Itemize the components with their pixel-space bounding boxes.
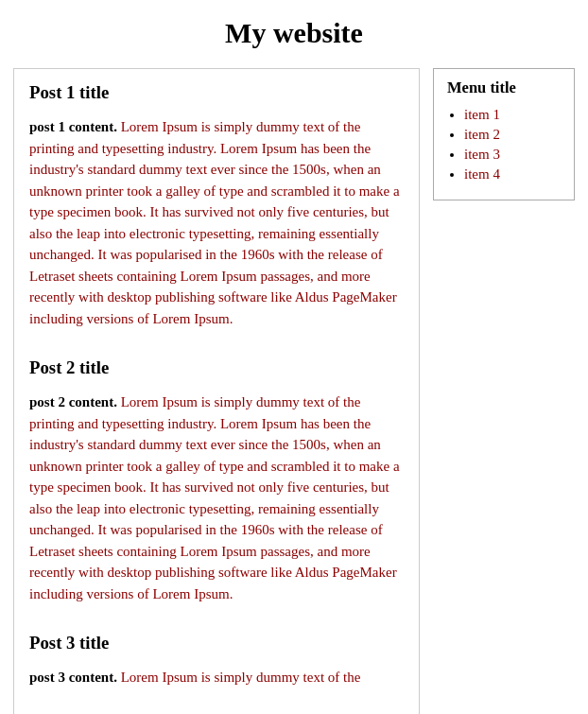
- sidebar-item: item 1: [464, 107, 561, 123]
- post: Post 2 titlepost 2 content. Lorem Ipsum …: [29, 357, 404, 604]
- site-title: My website: [0, 0, 588, 68]
- sidebar-item: item 3: [464, 147, 561, 163]
- post-body: post 1 content. Lorem Ipsum is simply du…: [29, 116, 404, 329]
- post-label: post 1 content.: [29, 119, 117, 134]
- sidebar-link[interactable]: item 2: [464, 127, 500, 142]
- sidebar-link[interactable]: item 4: [464, 166, 500, 182]
- sidebar-link[interactable]: item 3: [464, 147, 500, 162]
- post-text: Lorem Ipsum is simply dummy text of the …: [29, 119, 400, 326]
- post-body: post 3 content. Lorem Ipsum is simply du…: [29, 667, 404, 688]
- sidebar-item: item 2: [464, 127, 561, 143]
- sidebar-item: item 4: [464, 166, 561, 183]
- sidebar: Menu title item 1item 2item 3item 4: [433, 68, 575, 200]
- sidebar-link[interactable]: item 1: [464, 107, 500, 122]
- post-body: post 2 content. Lorem Ipsum is simply du…: [29, 392, 404, 604]
- post-label: post 2 content.: [29, 394, 117, 409]
- post-title: Post 2 title: [29, 357, 404, 378]
- post-label: post 3 content.: [29, 670, 117, 685]
- sidebar-title: Menu title: [447, 78, 561, 97]
- post: Post 1 titlepost 1 content. Lorem Ipsum …: [29, 82, 404, 329]
- sidebar-list: item 1item 2item 3item 4: [447, 107, 561, 183]
- post-title: Post 1 title: [29, 82, 404, 103]
- post: Post 3 titlepost 3 content. Lorem Ipsum …: [29, 633, 404, 688]
- post-text: Lorem Ipsum is simply dummy text of the …: [29, 394, 400, 601]
- post-text: Lorem Ipsum is simply dummy text of the: [117, 670, 360, 685]
- post-title: Post 3 title: [29, 633, 404, 653]
- main-content: Post 1 titlepost 1 content. Lorem Ipsum …: [13, 68, 420, 714]
- layout: Post 1 titlepost 1 content. Lorem Ipsum …: [0, 68, 588, 714]
